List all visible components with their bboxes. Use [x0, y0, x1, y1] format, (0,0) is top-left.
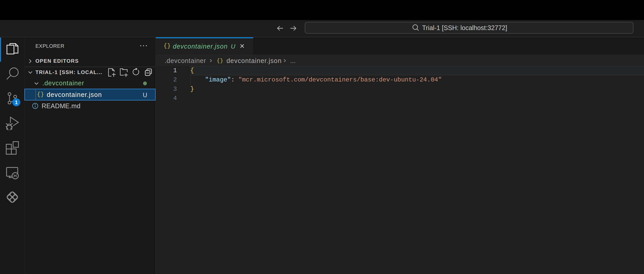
- svg-text:1: 1: [15, 99, 18, 105]
